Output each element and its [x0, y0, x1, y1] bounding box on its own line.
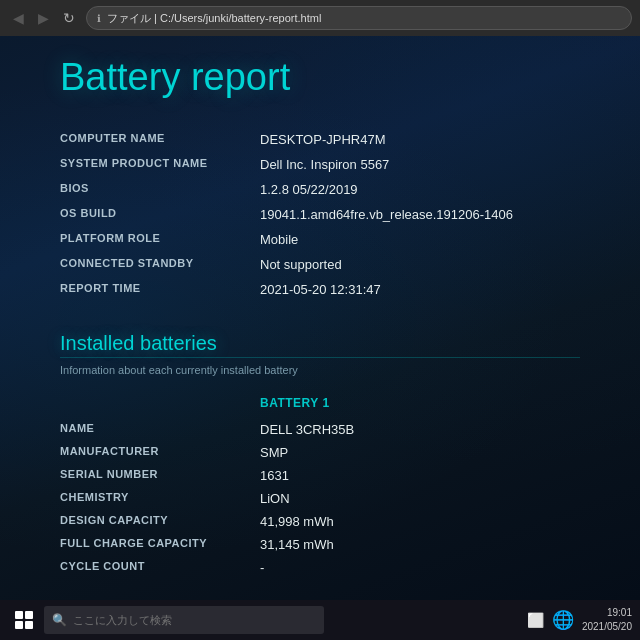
reload-button[interactable]: ↻ — [58, 8, 80, 28]
taskbar-time-value: 19:01 — [582, 606, 632, 620]
url-text: ファイル | C:/Users/junki/battery-report.htm… — [107, 11, 321, 26]
system-info-label: CONNECTED STANDBY — [60, 252, 260, 277]
edge-icon[interactable]: 🌐 — [552, 609, 574, 631]
taskbar-search-bar[interactable]: 🔍 — [44, 606, 324, 634]
battery-info-row: NAME DELL 3CRH35B — [60, 418, 580, 441]
forward-button[interactable]: ▶ — [33, 8, 54, 28]
win-grid-cell-3 — [15, 621, 23, 629]
battery-info-value: - — [260, 556, 580, 579]
system-info-row: REPORT TIME 2021-05-20 12:31:47 — [60, 277, 580, 302]
battery-info-row: MANUFACTURER SMP — [60, 441, 580, 464]
battery-info-label: CYCLE COUNT — [60, 556, 260, 579]
battery-info-row: CHEMISTRY LiON — [60, 487, 580, 510]
battery-col-spacer — [60, 396, 260, 410]
battery-info-row: FULL CHARGE CAPACITY 31,145 mWh — [60, 533, 580, 556]
system-info-value: DESKTOP-JPHR47M — [260, 127, 580, 152]
battery-header-row: BATTERY 1 — [60, 396, 580, 410]
battery-info-label: CHEMISTRY — [60, 487, 260, 510]
system-info-label: REPORT TIME — [60, 277, 260, 302]
system-info-row: OS BUILD 19041.1.amd64fre.vb_release.191… — [60, 202, 580, 227]
search-taskbar-icon[interactable]: ⬜ — [527, 612, 544, 628]
system-info-label: COMPUTER NAME — [60, 127, 260, 152]
system-info-label: BIOS — [60, 177, 260, 202]
system-info-row: SYSTEM PRODUCT NAME Dell Inc. Inspiron 5… — [60, 152, 580, 177]
system-info-value: Not supported — [260, 252, 580, 277]
battery-info-row: DESIGN CAPACITY 41,998 mWh — [60, 510, 580, 533]
battery-info-value: DELL 3CRH35B — [260, 418, 580, 441]
back-button[interactable]: ◀ — [8, 8, 29, 28]
battery-info-label: MANUFACTURER — [60, 441, 260, 464]
taskbar-search-input[interactable] — [73, 614, 316, 626]
battery-info-value: 1631 — [260, 464, 580, 487]
system-info-row: CONNECTED STANDBY Not supported — [60, 252, 580, 277]
system-info-label: SYSTEM PRODUCT NAME — [60, 152, 260, 177]
taskbar-right: ⬜ 🌐 19:01 2021/05/20 — [527, 606, 632, 634]
battery-info-label: NAME — [60, 418, 260, 441]
browser-chrome: ◀ ▶ ↻ ℹ ファイル | C:/Users/junki/battery-re… — [0, 0, 640, 36]
system-info-value: 1.2.8 05/22/2019 — [260, 177, 580, 202]
installed-batteries-header: Installed batteries — [60, 332, 580, 358]
battery-info-value: SMP — [260, 441, 580, 464]
address-bar[interactable]: ℹ ファイル | C:/Users/junki/battery-report.h… — [86, 6, 632, 30]
system-info-row: PLATFORM ROLE Mobile — [60, 227, 580, 252]
system-info-row: BIOS 1.2.8 05/22/2019 — [60, 177, 580, 202]
battery-info-value: 31,145 mWh — [260, 533, 580, 556]
taskbar: 🔍 ⬜ 🌐 19:01 2021/05/20 — [0, 600, 640, 640]
system-info-value: 2021-05-20 12:31:47 — [260, 277, 580, 302]
start-button[interactable] — [8, 604, 40, 636]
system-info-value: Dell Inc. Inspiron 5567 — [260, 152, 580, 177]
battery-info-value: 41,998 mWh — [260, 510, 580, 533]
battery-info-label: DESIGN CAPACITY — [60, 510, 260, 533]
page-content: Battery report COMPUTER NAME DESKTOP-JPH… — [0, 36, 640, 600]
installed-batteries-subtitle: Information about each currently install… — [60, 364, 580, 376]
content-area: Battery report COMPUTER NAME DESKTOP-JPH… — [0, 36, 640, 600]
system-info-table: COMPUTER NAME DESKTOP-JPHR47M SYSTEM PRO… — [60, 127, 580, 302]
battery-info-row: SERIAL NUMBER 1631 — [60, 464, 580, 487]
battery-info-value: LiON — [260, 487, 580, 510]
win-grid-cell-1 — [15, 611, 23, 619]
system-info-label: PLATFORM ROLE — [60, 227, 260, 252]
system-info-row: COMPUTER NAME DESKTOP-JPHR47M — [60, 127, 580, 152]
taskbar-date-value: 2021/05/20 — [582, 620, 632, 634]
battery-info-label: SERIAL NUMBER — [60, 464, 260, 487]
system-info-label: OS BUILD — [60, 202, 260, 227]
nav-buttons: ◀ ▶ ↻ — [8, 8, 80, 28]
taskbar-datetime: 19:01 2021/05/20 — [582, 606, 632, 634]
battery-table: NAME DELL 3CRH35B MANUFACTURER SMP SERIA… — [60, 418, 580, 579]
lock-icon: ℹ — [97, 13, 101, 24]
win-grid-cell-2 — [25, 611, 33, 619]
battery-section: BATTERY 1 NAME DELL 3CRH35B MANUFACTURER… — [60, 396, 580, 579]
search-icon: 🔍 — [52, 613, 67, 627]
battery-label: BATTERY 1 — [260, 396, 330, 410]
battery-info-label: FULL CHARGE CAPACITY — [60, 533, 260, 556]
windows-logo — [15, 611, 33, 629]
battery-info-row: CYCLE COUNT - — [60, 556, 580, 579]
page-title: Battery report — [60, 56, 580, 99]
system-info-value: Mobile — [260, 227, 580, 252]
system-info-value: 19041.1.amd64fre.vb_release.191206-1406 — [260, 202, 580, 227]
win-grid-cell-4 — [25, 621, 33, 629]
